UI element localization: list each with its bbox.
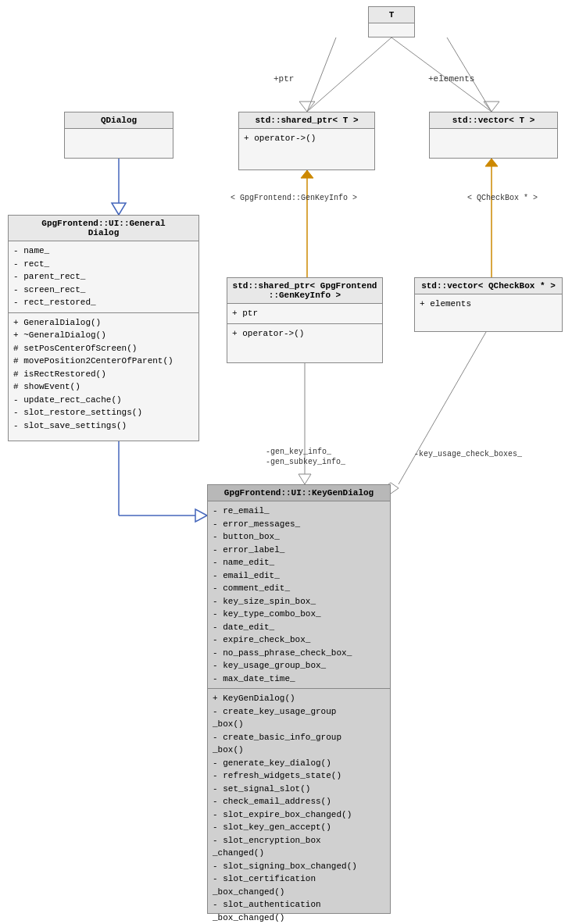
label-ptr: +ptr <box>273 74 294 84</box>
box-shared-ptr-genkey-title: std::shared_ptr< GpgFrontend::GenKeyInfo… <box>227 278 382 304</box>
box-qdialog-title: QDialog <box>65 112 173 129</box>
box-vector-T: std::vector< T > <box>429 112 558 159</box>
box-shared-ptr-genkey: std::shared_ptr< GpgFrontend::GenKeyInfo… <box>227 277 383 363</box>
box-keygen-dialog-fields: - re_email_ - error_messages_ - button_b… <box>208 501 390 689</box>
box-shared-ptr-T-methods: + operator->() <box>239 129 374 148</box>
box-vector-T-title: std::vector< T > <box>430 112 557 129</box>
box-general-dialog: GpgFrontend::UI::GeneralDialog - name_ -… <box>8 215 199 441</box>
label-key-usage-check-boxes: -key_usage_check_boxes_ <box>414 450 522 458</box>
svg-line-17 <box>399 332 486 484</box>
box-shared-ptr-genkey-fields: + ptr <box>227 304 382 324</box>
svg-marker-14 <box>195 509 207 522</box>
box-general-dialog-methods: + GeneralDialog() + ~GeneralDialog() # s… <box>9 313 198 436</box>
diagram-container: T +ptr +elements std::shared_ptr< T > + … <box>0 0 572 924</box>
box-keygen-dialog-methods: + KeyGenDialog() - create_key_usage_grou… <box>208 689 390 924</box>
svg-marker-9 <box>301 170 313 178</box>
box-keygen-dialog-title: GpgFrontend::UI::KeyGenDialog <box>208 485 390 501</box>
svg-marker-16 <box>299 474 311 484</box>
box-vector-qcheckbox-title: std::vector< QCheckBox * > <box>415 278 562 294</box>
box-qdialog-methods <box>65 129 173 135</box>
label-genkey-template: < GpgFrontend::GenKeyInfo > <box>231 194 357 202</box>
box-shared-ptr-T-title: std::shared_ptr< T > <box>239 112 374 129</box>
box-keygen-dialog: GpgFrontend::UI::KeyGenDialog - re_email… <box>207 484 391 914</box>
svg-marker-3 <box>484 102 499 112</box>
box-shared-ptr-T: std::shared_ptr< T > + operator->() <box>238 112 375 170</box>
label-qcheckbox-template: < QCheckBox * > <box>467 194 538 202</box>
svg-marker-7 <box>112 203 126 215</box>
box-vector-qcheckbox-methods: + elements <box>415 294 562 314</box>
svg-line-4 <box>307 37 336 112</box>
label-gen-key-info: -gen_key_info_ <box>266 448 331 456</box>
box-general-dialog-title: GpgFrontend::UI::GeneralDialog <box>9 216 198 241</box>
svg-line-0 <box>307 37 391 112</box>
svg-marker-11 <box>485 159 498 166</box>
box-general-dialog-fields: - name_ - rect_ - parent_rect_ - screen_… <box>9 241 198 313</box>
label-elements: +elements <box>428 74 474 84</box>
box-vector-T-methods <box>430 129 557 135</box>
box-qdialog: QDialog <box>64 112 173 159</box>
box-shared-ptr-genkey-methods: + operator->() <box>227 324 382 344</box>
label-gen-subkey-info: -gen_subkey_info_ <box>266 458 345 466</box>
svg-marker-1 <box>299 102 315 112</box>
box-vector-qcheckbox: std::vector< QCheckBox * > + elements <box>414 277 563 332</box>
box-T-title: T <box>369 7 414 23</box>
box-T: T <box>368 6 415 37</box>
